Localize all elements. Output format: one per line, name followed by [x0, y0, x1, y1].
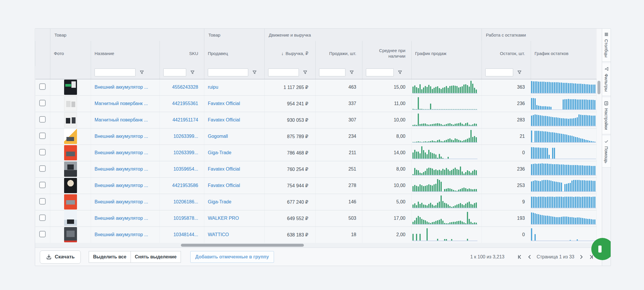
seller-link[interactable]: Favatex Official: [208, 117, 240, 122]
seller-link[interactable]: WALKER PRO: [208, 216, 239, 221]
column-header-sku[interactable]: SKU: [160, 41, 204, 66]
product-sku-link[interactable]: 10195878...: [173, 216, 198, 221]
product-name-link[interactable]: Магнитный повербанк ...: [95, 101, 148, 106]
row-checkbox[interactable]: [39, 198, 46, 205]
product-sku-link[interactable]: 4421955361: [172, 101, 198, 106]
product-sku-link[interactable]: 4421951174: [172, 117, 198, 122]
horizontal-scrollbar[interactable]: [35, 243, 596, 248]
revenue-filter-input[interactable]: [268, 68, 299, 76]
product-photo[interactable]: [64, 96, 77, 111]
row-checkbox[interactable]: [39, 133, 46, 139]
product-name-link[interactable]: Внешний аккумулятор ...: [95, 167, 148, 171]
row-checkbox[interactable]: [39, 83, 46, 90]
seller-link[interactable]: Favatex Official: [208, 167, 240, 171]
seller-link[interactable]: ruipu: [208, 85, 218, 90]
column-header-sales[interactable]: Продажи, шт.: [316, 41, 362, 66]
product-name-link[interactable]: Внешний аккумулятор ...: [95, 183, 148, 188]
product-name-link[interactable]: Внешний аккумулятор ...: [95, 134, 148, 139]
sku-filter-input[interactable]: [163, 68, 186, 76]
select-all-button[interactable]: Выделить все: [89, 251, 131, 263]
seller-link[interactable]: WATTICO: [208, 232, 229, 237]
row-checkbox[interactable]: [39, 231, 46, 237]
product-photo[interactable]: [64, 211, 77, 226]
product-name-link[interactable]: Магнитный повербанк ...: [95, 117, 148, 122]
filter-cell-empty: [50, 66, 91, 79]
product-name-link[interactable]: Внешний аккумулятор ...: [95, 150, 148, 155]
seller-filter-funnel-icon[interactable]: [252, 70, 257, 75]
sales-filter-input[interactable]: [319, 68, 345, 76]
clear-selection-button[interactable]: Снять выделение: [131, 251, 181, 263]
sku-filter-funnel-icon[interactable]: [190, 70, 195, 75]
download-button[interactable]: Скачать: [40, 250, 81, 264]
seller-filter-input[interactable]: [208, 68, 248, 76]
product-photo[interactable]: [64, 145, 77, 160]
seller-link[interactable]: Favatex Official: [208, 101, 240, 106]
product-sku-cell: 10263399...: [160, 145, 204, 161]
prev-page-button[interactable]: [527, 254, 532, 260]
sales-filter-funnel-icon[interactable]: [350, 70, 354, 75]
product-photo[interactable]: [64, 227, 77, 242]
row-checkbox[interactable]: [39, 182, 46, 188]
column-header-avg[interactable]: Среднее при наличии: [362, 41, 412, 66]
seller-link[interactable]: Favatex Official: [208, 183, 240, 188]
row-checkbox[interactable]: [39, 165, 46, 172]
side-tab-filters[interactable]: Фильтры: [602, 63, 611, 96]
next-page-button[interactable]: [578, 254, 584, 260]
product-photo[interactable]: [64, 194, 77, 210]
row-checkbox-cell: [35, 161, 50, 177]
product-name-link[interactable]: Внешний аккумулятор ...: [95, 232, 148, 237]
sales-chart-cell: [412, 112, 482, 128]
product-sku-link[interactable]: 4421953586: [172, 183, 198, 188]
revenue-value-cell: 1 117 265 ₽: [265, 79, 316, 95]
revenue-filter-funnel-icon[interactable]: [303, 70, 307, 75]
sales-chart-cell: [412, 161, 482, 177]
avg-filter-funnel-icon[interactable]: [398, 70, 402, 75]
product-sku-link[interactable]: 10359654...: [173, 167, 198, 171]
product-photo[interactable]: [64, 80, 77, 95]
product-name-link[interactable]: Внешний аккумулятор ...: [95, 199, 148, 204]
product-name-link[interactable]: Внешний аккумулятор ...: [95, 216, 148, 221]
product-sku-link[interactable]: 10348144...: [173, 232, 198, 237]
seller-link[interactable]: Gogomall: [208, 134, 228, 139]
selection-buttons: Выделить все Снять выделение: [89, 251, 181, 263]
product-sku-link[interactable]: 10206186...: [173, 199, 198, 204]
column-header-seller[interactable]: Продавец: [204, 41, 265, 66]
stock-filter-funnel-icon[interactable]: [517, 70, 522, 75]
product-photo[interactable]: [64, 112, 77, 128]
add-to-group-button[interactable]: Добавить отмеченные в группу: [190, 251, 274, 263]
product-sku-link[interactable]: 10263399...: [173, 150, 198, 155]
avg-filter-input[interactable]: [366, 68, 394, 76]
horizontal-scrollbar-thumb[interactable]: [181, 244, 304, 247]
product-sku-link[interactable]: 4556243328: [172, 85, 198, 90]
column-header-revenue[interactable]: ↓Выручка, ₽: [265, 41, 316, 66]
column-header-name[interactable]: Название: [91, 41, 160, 66]
row-checkbox[interactable]: [39, 116, 46, 123]
column-header-stock[interactable]: Остаток, шт.: [482, 41, 531, 66]
row-checkbox[interactable]: [39, 100, 46, 106]
revenue-value: 930 053 ₽: [287, 118, 308, 123]
row-checkbox[interactable]: [39, 149, 46, 155]
side-tab-settings[interactable]: Настройки: [602, 97, 611, 134]
seller-link[interactable]: Giga-Trade: [208, 150, 231, 155]
seller-link[interactable]: Giga-Trade: [208, 199, 231, 204]
filter-cell-empty: [412, 66, 482, 79]
product-name-link[interactable]: Внешний аккумулятор ...: [95, 85, 148, 90]
vertical-scrollbar[interactable]: [596, 79, 602, 243]
side-tab-help[interactable]: Помощь: [602, 136, 611, 168]
first-page-button[interactable]: [517, 254, 523, 260]
column-header-sales-chart: График продаж: [412, 41, 482, 66]
vertical-scrollbar-thumb[interactable]: [597, 81, 600, 94]
avg-in-stock-value-cell: 10,00: [362, 112, 412, 128]
product-photo[interactable]: [64, 178, 77, 193]
name-filter-input[interactable]: [95, 68, 136, 76]
side-tab-columns[interactable]: Столбцы: [602, 29, 611, 62]
product-photo[interactable]: [64, 162, 77, 177]
stock-filter-input[interactable]: [485, 68, 513, 76]
stock-sparkline-chart: [531, 81, 596, 94]
row-checkbox[interactable]: [39, 215, 46, 221]
chat-fab-button[interactable]: [591, 238, 611, 260]
sales-chart-cell: [412, 128, 482, 145]
product-photo[interactable]: [64, 129, 77, 144]
name-filter-funnel-icon[interactable]: [140, 70, 144, 75]
product-sku-link[interactable]: 10263399...: [173, 134, 198, 139]
